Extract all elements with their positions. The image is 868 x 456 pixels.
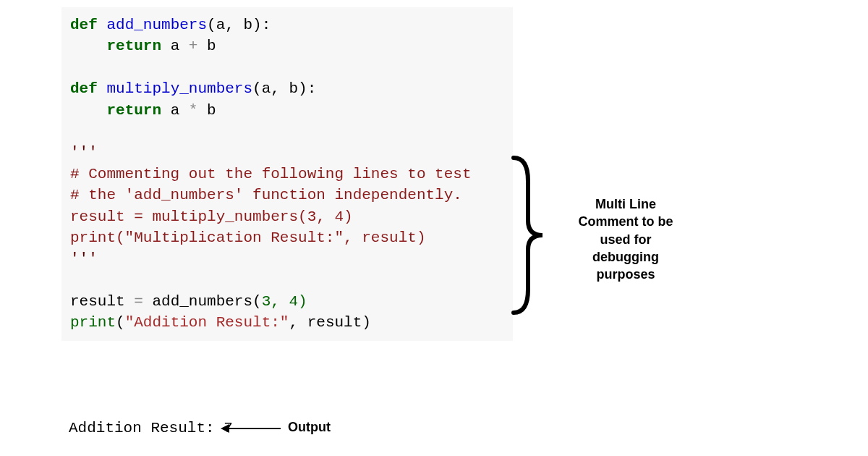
keyword-def: def — [70, 80, 98, 97]
triple-quote-close: ''' — [70, 250, 98, 267]
comment-line-1: # Commenting out the following lines to … — [70, 166, 472, 182]
params-mul: (a, b): — [252, 80, 316, 97]
keyword-def: def — [70, 17, 98, 33]
keyword-return: return — [106, 102, 161, 119]
call-add-open: add_numbers( — [143, 293, 262, 310]
annotation-line-5: purposes — [561, 266, 691, 283]
output-label: Output — [288, 420, 331, 435]
equals-sign: = — [134, 293, 143, 310]
function-name-mul: multiply_numbers — [106, 80, 252, 97]
commented-code-2: print("Multiplication Result:", result) — [70, 229, 425, 246]
triple-quote-open: ''' — [70, 144, 98, 161]
args-add: 3, 4) — [262, 293, 307, 310]
result-var: result — [70, 293, 134, 310]
return-expr-a2: a — [161, 102, 189, 119]
keyword-return: return — [106, 38, 161, 54]
annotation-line-4: debugging — [561, 248, 691, 266]
brace-icon — [506, 152, 550, 318]
annotation-line-1: Multi Line — [561, 195, 691, 213]
operator-star: * — [189, 102, 198, 119]
annotation-text: Multi Line Comment to be used for debugg… — [561, 195, 691, 283]
return-expr-b: b — [197, 38, 216, 54]
print-open: ( — [116, 314, 125, 331]
print-rest: , result) — [289, 314, 370, 331]
return-expr-a: a — [161, 38, 189, 54]
string-literal: "Addition Result:" — [125, 314, 289, 331]
comment-line-2: # the 'add_numbers' function independent… — [70, 187, 462, 203]
arrow-icon — [226, 428, 281, 429]
function-name-add: add_numbers — [106, 17, 207, 33]
params-add: (a, b): — [207, 17, 271, 33]
print-fn: print — [70, 314, 116, 331]
operator-plus: + — [189, 38, 198, 54]
commented-code-1: result = multiply_numbers(3, 4) — [70, 208, 353, 225]
return-expr-b2: b — [197, 102, 216, 119]
output-text: Addition Result: 7 — [69, 420, 233, 436]
annotation-line-2: Comment to be — [561, 213, 691, 230]
code-block: def add_numbers(a, b): return a + b def … — [61, 7, 513, 341]
annotation-line-3: used for — [561, 231, 691, 248]
